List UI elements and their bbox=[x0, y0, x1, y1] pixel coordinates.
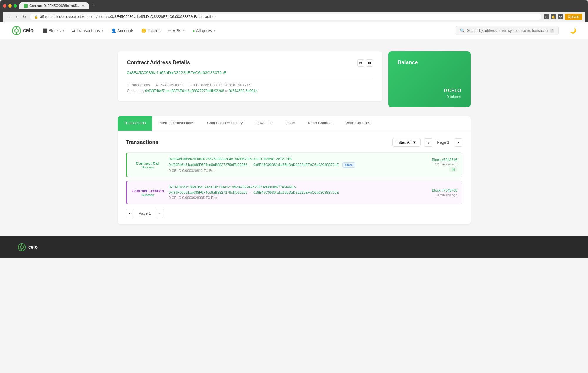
creation-tx-link[interactable]: 0x514582-6e991b bbox=[229, 89, 257, 93]
prev-page-button[interactable]: ‹ bbox=[424, 138, 432, 147]
tx-addr-row-call: 0xf39Fd6e51aad88F6F4ce6aB8827279cfffb922… bbox=[169, 162, 427, 168]
nav-transactions[interactable]: ⇄ Transactions ▼ bbox=[72, 28, 104, 33]
logo[interactable]: celo bbox=[12, 26, 34, 35]
contract-meta: 1 Transactions 41,624 Gas used Last Bala… bbox=[127, 83, 373, 87]
new-tab-button[interactable]: + bbox=[90, 3, 97, 9]
next-page-button-bottom[interactable]: › bbox=[156, 209, 164, 217]
creator-address-link[interactable]: 0xf39Fd6e51aad88F6F4ce6aB8827279cfffb922… bbox=[145, 89, 225, 93]
tx-to-link-creation[interactable]: 0x8E45C0936fa1a65bDaD3222bEFeC6a03C83372… bbox=[253, 190, 339, 195]
qr-code-button[interactable]: ⊞ bbox=[366, 59, 373, 67]
tx-to-link-call[interactable]: 0x8E45C0936fa1a65bDaD3222bEFeC6a03C83372… bbox=[253, 163, 339, 167]
filter-arrow-icon: ▼ bbox=[412, 140, 416, 145]
back-button[interactable]: ‹ bbox=[6, 14, 12, 20]
tx-from-link-call[interactable]: 0xf39Fd6e51aad88F6F4ce6aB8827279cfffb922… bbox=[169, 163, 248, 167]
tx-block-call[interactable]: Block #7843716 bbox=[432, 158, 457, 162]
card-icon-group: ⧉ ⊞ bbox=[357, 59, 373, 67]
tx-arrow-icon-2: → bbox=[249, 190, 252, 195]
extension-icon-3[interactable]: ⚙ bbox=[558, 14, 563, 19]
tx-block-creation[interactable]: Block #7843708 bbox=[432, 188, 457, 193]
url-text: alfajores-blockscout.celo-testnet.org/ad… bbox=[40, 15, 216, 19]
tx-from-link-creation[interactable]: 0xf39Fd6e51aad88F6F4ce6aB8827279cfffb922… bbox=[169, 190, 248, 195]
svg-point-1 bbox=[15, 29, 18, 32]
footer-logo: celo bbox=[18, 243, 38, 251]
tx-method-badge: Store bbox=[342, 162, 355, 168]
tab-label: Contract 0x8E45C0936fa1a65... bbox=[29, 4, 80, 8]
accounts-icon: 👤 bbox=[111, 28, 116, 33]
table-row: Contract Creation Success 0x5145825c106f… bbox=[126, 181, 462, 204]
tab-coin-balance-history[interactable]: Coin Balance History bbox=[201, 116, 249, 131]
tabs-header: Transactions Internal Transactions Coin … bbox=[118, 116, 471, 131]
dark-mode-toggle[interactable]: 🌙 bbox=[570, 27, 576, 34]
filter-button[interactable]: Filter: All ▼ bbox=[392, 138, 421, 147]
forward-button[interactable]: › bbox=[14, 14, 20, 20]
network-arrow: ▼ bbox=[213, 29, 216, 32]
reload-button[interactable]: ↻ bbox=[21, 14, 28, 20]
navbar: celo ⬛ Blocks ▼ ⇄ Transactions ▼ 👤 Accou… bbox=[0, 22, 588, 39]
transactions-section-title: Transactions bbox=[126, 139, 159, 145]
tx-addr-row-creation: 0xf39Fd6e51aad88F6F4ce6aB8827279cfffb922… bbox=[169, 190, 427, 195]
search-icon: 🔍 bbox=[460, 28, 465, 33]
tx-meta-creation: Block #7843708 13 minutes ago bbox=[432, 188, 457, 197]
transactions-arrow: ▼ bbox=[101, 29, 104, 32]
tx-details-call: 0xfa946bdf8e62630a9726676e383ac04c1b4906… bbox=[169, 157, 427, 173]
tab-internal-transactions[interactable]: Internal Transactions bbox=[152, 116, 201, 131]
contract-address: 0x8E45C0936fa1a65bDaD3222bEFeC6a03C83372… bbox=[127, 70, 373, 79]
extension-icon-2[interactable]: 🔔 bbox=[551, 14, 556, 19]
nav-links: ⬛ Blocks ▼ ⇄ Transactions ▼ 👤 Accounts 🪙… bbox=[42, 28, 447, 33]
search-bar[interactable]: 🔍 / bbox=[456, 26, 559, 35]
nav-accounts[interactable]: 👤 Accounts bbox=[111, 28, 134, 33]
next-page-button[interactable]: › bbox=[454, 138, 462, 147]
search-input[interactable] bbox=[467, 29, 548, 33]
tx-arrow-icon: → bbox=[249, 163, 252, 167]
browser-tab[interactable]: Contract 0x8E45C0936fa1a65... ✕ bbox=[19, 2, 89, 9]
search-slash: / bbox=[550, 29, 554, 33]
nav-network[interactable]: ● Alfajores ▼ bbox=[192, 28, 216, 33]
balance-title: Balance bbox=[398, 59, 461, 66]
balance-card: Balance 0 CELO 0 tokens bbox=[388, 51, 471, 107]
copy-address-button[interactable]: ⧉ bbox=[357, 59, 364, 67]
footer-logo-icon bbox=[18, 243, 26, 251]
contract-details-card: Contract Address Details ⧉ ⊞ 0x8E45C0936… bbox=[118, 51, 382, 101]
tab-downtime[interactable]: Downtime bbox=[249, 116, 279, 131]
balance-amount: 0 CELO bbox=[398, 88, 461, 93]
tab-write-contract[interactable]: Write Contract bbox=[339, 116, 376, 131]
tab-read-contract[interactable]: Read Contract bbox=[301, 116, 339, 131]
traffic-light-green[interactable] bbox=[14, 4, 17, 8]
tx-meta-call: Block #7843716 12 minutes ago IN bbox=[432, 158, 457, 172]
tx-hash-link-call[interactable]: 0xfa946bdf8e62630a9726676e383ac04c1b4906… bbox=[169, 157, 427, 161]
tab-code[interactable]: Code bbox=[279, 116, 301, 131]
tab-close-icon[interactable]: ✕ bbox=[81, 4, 84, 8]
top-row: Contract Address Details ⧉ ⊞ 0x8E45C0936… bbox=[118, 51, 471, 107]
pagination-top: ‹ Page 1 › bbox=[424, 138, 462, 147]
contract-card-title: Contract Address Details bbox=[127, 59, 190, 66]
transactions-body: Transactions Filter: All ▼ ‹ Page 1 › bbox=[118, 131, 471, 224]
prev-page-button-bottom[interactable]: ‹ bbox=[126, 209, 134, 217]
transactions-header: Transactions Filter: All ▼ ‹ Page 1 › bbox=[126, 138, 462, 147]
tx-details-creation: 0x5145825c106fa0bd19eba61b13ae2c1bf64e78… bbox=[169, 185, 427, 200]
tx-direction-badge-call: IN bbox=[449, 167, 457, 172]
lock-icon: 🔒 bbox=[34, 15, 38, 19]
svg-point-5 bbox=[20, 246, 24, 249]
page-label-bottom: Page 1 bbox=[136, 211, 153, 215]
traffic-light-red[interactable] bbox=[3, 4, 6, 8]
tx-type-badge-call: Contract Call Success bbox=[132, 161, 164, 169]
address-bar[interactable]: 🔒 alfajores-blockscout.celo-testnet.org/… bbox=[30, 14, 541, 20]
traffic-light-yellow[interactable] bbox=[8, 4, 12, 8]
tokens-icon: 🪙 bbox=[141, 28, 146, 33]
nav-tokens[interactable]: 🪙 Tokens bbox=[141, 28, 160, 33]
logo-text: celo bbox=[23, 27, 34, 34]
tx-count: 1 Transactions bbox=[127, 83, 150, 87]
apis-icon: ☰ bbox=[168, 28, 171, 33]
transactions-icon: ⇄ bbox=[72, 28, 75, 33]
table-row: Contract Call Success 0xfa946bdf8e62630a… bbox=[126, 152, 462, 177]
tab-transactions[interactable]: Transactions bbox=[118, 116, 152, 131]
tabs-container: Transactions Internal Transactions Coin … bbox=[118, 116, 471, 224]
extension-icon-1[interactable]: ⬡ bbox=[544, 14, 549, 19]
nav-blocks[interactable]: ⬛ Blocks ▼ bbox=[42, 28, 65, 33]
tx-type-badge-creation: Contract Creation Success bbox=[132, 189, 164, 197]
update-button[interactable]: Update bbox=[565, 14, 582, 20]
tx-time-call: 12 minutes ago bbox=[432, 163, 457, 166]
tx-hash-link-creation[interactable]: 0x5145825c106fa0bd19eba61b13ae2c1bf64e78… bbox=[169, 185, 427, 189]
nav-apis[interactable]: ☰ APIs ▼ bbox=[168, 28, 185, 33]
celo-logo-icon bbox=[12, 26, 21, 35]
